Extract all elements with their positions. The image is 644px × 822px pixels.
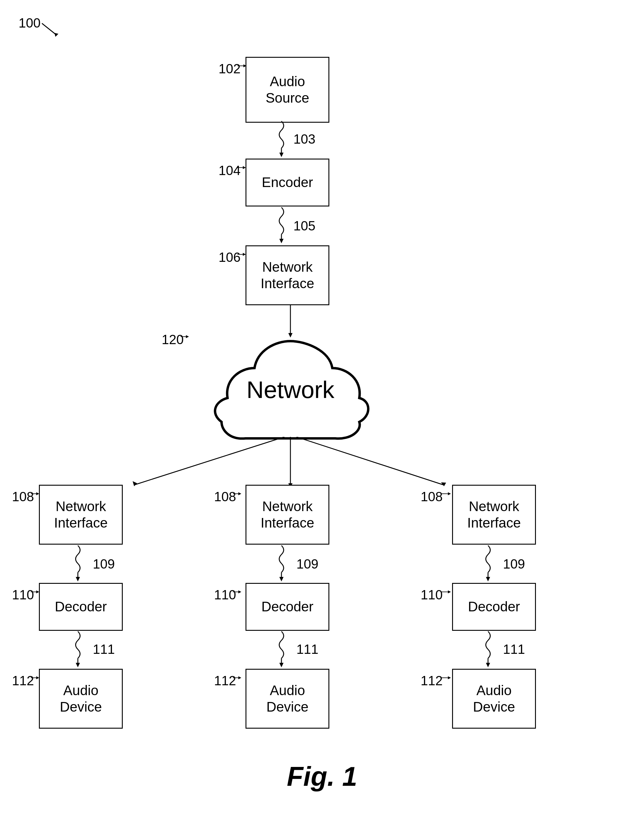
ref-111-left: 111 bbox=[93, 642, 115, 657]
svg-marker-30 bbox=[76, 663, 80, 667]
network-interface-right-box: NetworkInterface bbox=[452, 485, 536, 545]
ref-108-center-arrow-icon bbox=[213, 488, 244, 500]
svg-marker-16 bbox=[186, 335, 189, 338]
figure-label: Fig. 1 bbox=[287, 761, 357, 792]
ref-103: 103 bbox=[293, 132, 315, 147]
ref-105: 105 bbox=[293, 219, 315, 233]
ref-109-left: 109 bbox=[93, 557, 115, 571]
ref-110-right-arrow-icon bbox=[420, 586, 453, 598]
audio-device-right-box: AudioDevice bbox=[452, 669, 536, 729]
svg-marker-48 bbox=[448, 590, 451, 593]
ref-112-right-arrow-icon bbox=[420, 672, 453, 684]
svg-marker-5 bbox=[279, 153, 284, 157]
svg-marker-38 bbox=[238, 590, 241, 593]
svg-marker-9 bbox=[279, 239, 284, 243]
svg-marker-18 bbox=[133, 481, 137, 486]
ref-120-arrow-icon bbox=[161, 331, 191, 343]
svg-marker-32 bbox=[36, 676, 39, 679]
ref-104-arrow-icon bbox=[218, 162, 248, 173]
svg-marker-7 bbox=[243, 166, 246, 169]
ref-111-right: 111 bbox=[503, 642, 525, 657]
svg-marker-52 bbox=[448, 676, 451, 679]
ref-112-left-arrow-icon bbox=[11, 672, 41, 684]
svg-text:Network: Network bbox=[247, 377, 334, 403]
ref-109-right: 109 bbox=[503, 557, 525, 571]
svg-line-17 bbox=[135, 437, 284, 485]
ref-108-left-arrow-icon bbox=[11, 488, 41, 500]
ref-110-left-arrow-icon bbox=[11, 586, 41, 598]
network-interface-center-box: NetworkInterface bbox=[245, 485, 329, 545]
svg-marker-34 bbox=[238, 492, 241, 495]
svg-marker-28 bbox=[36, 590, 39, 593]
ref-111-center: 111 bbox=[296, 642, 318, 657]
diagram-container: 100 Audio Source 102 103 Encoder 104 105 bbox=[0, 0, 644, 822]
svg-marker-42 bbox=[238, 676, 241, 679]
ref-106-arrow-icon bbox=[218, 248, 248, 260]
network-interface-top-box: Network Interface bbox=[245, 245, 329, 305]
svg-line-21 bbox=[296, 437, 443, 485]
svg-marker-3 bbox=[244, 64, 247, 67]
ref-110-center-arrow-icon bbox=[213, 586, 244, 598]
network-interface-left-box: NetworkInterface bbox=[39, 485, 123, 545]
network-cloud: Network bbox=[186, 329, 395, 443]
arrow-100-icon bbox=[18, 14, 66, 38]
ref-102-arrow-icon bbox=[218, 60, 248, 72]
audio-device-left-box: AudioDevice bbox=[39, 669, 123, 729]
audio-source-box: Audio Source bbox=[245, 57, 329, 123]
svg-marker-50 bbox=[486, 663, 490, 667]
encoder-box: Encoder bbox=[245, 159, 329, 207]
network-cloud-icon: Network bbox=[186, 329, 395, 443]
svg-marker-1 bbox=[55, 33, 58, 37]
decoder-right-box: Decoder bbox=[452, 583, 536, 631]
ref-109-center: 109 bbox=[296, 557, 318, 571]
decoder-left-box: Decoder bbox=[39, 583, 123, 631]
svg-marker-46 bbox=[486, 577, 490, 582]
svg-marker-40 bbox=[279, 663, 284, 667]
svg-marker-24 bbox=[36, 492, 39, 495]
svg-marker-26 bbox=[76, 577, 80, 582]
svg-marker-11 bbox=[243, 253, 246, 256]
ref-112-center-arrow-icon bbox=[213, 672, 244, 684]
ref-108-right-arrow-icon bbox=[420, 488, 453, 500]
svg-marker-44 bbox=[448, 492, 451, 495]
decoder-center-box: Decoder bbox=[245, 583, 329, 631]
audio-device-center-box: AudioDevice bbox=[245, 669, 329, 729]
svg-marker-36 bbox=[279, 577, 284, 582]
